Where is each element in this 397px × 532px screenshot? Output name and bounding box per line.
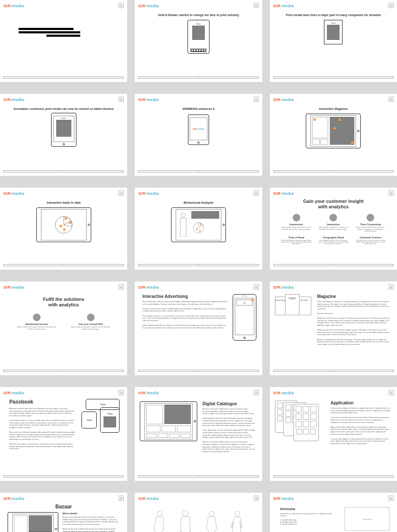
ereader-illustration: Book: [188, 20, 209, 54]
logo: SIRImedia: [273, 390, 294, 395]
footer: footer: [138, 370, 258, 372]
menu-icon[interactable]: [389, 191, 394, 196]
tablet-landscape-illustration: [306, 114, 361, 148]
analytics-item: ImpressionNullam id dolor id nibh ultric…: [281, 214, 312, 232]
map-placeholder[interactable]: Google Map: [345, 507, 389, 531]
pie-chart-icon: [191, 221, 206, 235]
menu-icon[interactable]: [119, 191, 124, 196]
footer: footer: [3, 170, 124, 172]
logo: SIRImedia: [3, 97, 24, 102]
menu-icon[interactable]: [254, 97, 259, 102]
logo: SIRImedia: [273, 191, 294, 196]
menu-icon[interactable]: [254, 3, 259, 8]
person-icon: [177, 510, 194, 532]
menu-icon[interactable]: [389, 97, 394, 102]
slide-18: SIRImedia Sirimedia 123 Soi Bun nu, Blue…: [270, 493, 397, 532]
analytics-item: Time of ReadNulla vitae elit libero, a p…: [281, 236, 312, 245]
analytics-icon: [367, 214, 374, 221]
logo: SIRImedia: [138, 3, 159, 8]
section-title: Magazine: [317, 294, 390, 299]
slide-title: Print media have been a major part of ma…: [273, 14, 394, 16]
menu-icon[interactable]: [119, 390, 124, 395]
section-title: Interactive Advertising: [142, 294, 227, 299]
phone-illustration: ads: [233, 294, 256, 341]
slide-title: Interactive Magazine: [273, 107, 394, 110]
menu-icon[interactable]: [254, 390, 259, 395]
person-icon: [203, 510, 220, 532]
slide-12: SIRImedia National Geographic TIMES THE …: [270, 281, 397, 375]
body-text: Maecenas sed diam eget risus varius blan…: [9, 407, 76, 450]
menu-icon[interactable]: [389, 3, 394, 8]
footer: footer: [3, 370, 124, 372]
ad-box: ads: [237, 300, 253, 306]
slide-13: SIRImedia Passbook Maecenas sed diam ege…: [0, 387, 127, 481]
footer: footer: [138, 170, 258, 172]
logo: SIRImedia: [3, 496, 24, 501]
menu-icon[interactable]: [389, 496, 394, 501]
logo: SIRImedia: [273, 285, 294, 289]
menu-icon[interactable]: [389, 390, 394, 395]
svg-point-3: [60, 225, 62, 227]
body-text: Aenean eu leo quam. Pellentesque ornare …: [202, 408, 255, 453]
slide-11: SIRImedia Interactive Advertising Donec …: [135, 281, 262, 375]
slide-title: SIRIMEDIA enhances it: [138, 107, 258, 110]
section-title: Digital Catalogue: [202, 401, 255, 406]
analytics-grid: ImpressionNullam id dolor id nibh ultric…: [273, 210, 394, 245]
ticket-stack: Ticket Ticket Ticket: [82, 399, 120, 441]
menu-icon[interactable]: [389, 284, 394, 289]
footer: footer: [138, 264, 258, 266]
company-name: Sirimedia: [280, 507, 338, 511]
slide-1: SIRImedia footer: [0, 0, 127, 82]
svg-point-6: [200, 224, 201, 225]
ticket-card: Ticket: [100, 407, 120, 433]
svg-point-7: [196, 228, 198, 230]
person-silhouette-icon: [178, 211, 189, 237]
slide-6: SIRImedia Interactive Magazine: [270, 94, 397, 176]
logo: SIRImedia: [138, 496, 159, 501]
menu-icon[interactable]: [119, 496, 124, 501]
logo: SIRImedia: [3, 390, 24, 395]
menu-icon[interactable]: [254, 191, 259, 196]
slide-7: SIRImedia Interactive leads to data: [0, 188, 127, 270]
solution-icon: [33, 314, 41, 321]
analytics-item: Customer ActionsCras mattis iaculis cons…: [355, 236, 386, 245]
slide-grid: SIRImedia footer SIRImedia Until E-Reade…: [0, 0, 397, 532]
slide-8: SIRImedia Behavioural Analysis: [135, 188, 262, 270]
person-icon: [151, 510, 168, 532]
svg-point-2: [69, 221, 71, 224]
analytics-icon: [293, 214, 300, 221]
section-title: Passbook: [9, 399, 76, 405]
footer: footer: [273, 170, 394, 172]
logo: SIRImedia: [3, 3, 24, 8]
slide-14: SIRImedia Digital Catalogue Aenean eu le…: [135, 387, 262, 481]
footer: footer: [3, 264, 124, 266]
slide-10: SIRImedia Fulfil the solutions with anal…: [0, 281, 127, 375]
slide-title: Until E-Reader started to change the fac…: [138, 14, 258, 16]
menu-icon[interactable]: [119, 3, 124, 8]
tablet-illustration: SIRImedia: [188, 115, 209, 145]
slide-16: SIRImedia Bazaar Work details Aenean lac…: [0, 493, 127, 532]
solution-item: Get your Actual ROINullam id dolor id ni…: [70, 314, 111, 330]
menu-icon[interactable]: [119, 97, 124, 102]
address: 123 Soi Bun nu, Blue Road, Tungsonhong, …: [280, 513, 338, 517]
menu-icon[interactable]: [254, 496, 259, 501]
slide-5: SIRImedia SIRIMEDIA enhances it SIRImedi…: [135, 94, 262, 176]
section-title: Application: [331, 401, 390, 405]
body-text: Cras justo odio, dapibus ac facilisis in…: [331, 407, 390, 445]
logo: SIRImedia: [138, 285, 159, 289]
catalogue-tablet: [140, 401, 197, 441]
menu-icon[interactable]: [254, 284, 259, 289]
footer: footer: [273, 475, 394, 477]
analytics-item: Time ConsumingDonec lacinia faucibus lob…: [355, 214, 386, 232]
slide-title: Interactive leads to data: [3, 201, 124, 204]
slide-4: SIRImedia Innovation continued, print me…: [0, 94, 127, 176]
menu-icon[interactable]: [119, 284, 124, 289]
logo: SIRImedia: [3, 191, 24, 196]
slide-title: Behavioural Analysis: [138, 201, 258, 204]
subtitle: Work details: [63, 512, 120, 515]
tablet-behaviour-illustration: [171, 207, 226, 242]
app-card: [294, 404, 319, 441]
logo: SIRImedia: [273, 97, 294, 102]
svg-point-1: [65, 217, 67, 220]
body-text: Curus mollis dapibus a facilisis in, sce…: [317, 300, 390, 345]
